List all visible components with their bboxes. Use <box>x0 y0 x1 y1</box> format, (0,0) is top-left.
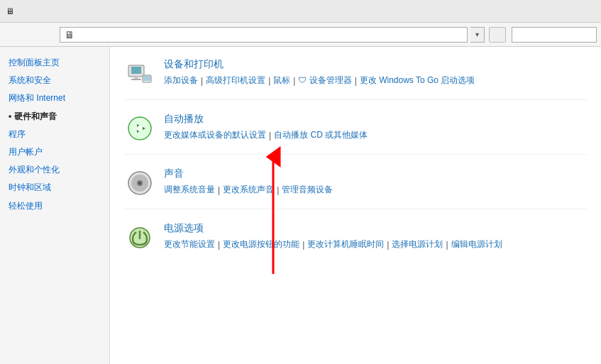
forward-button[interactable] <box>23 27 38 43</box>
section-sound: 声音调整系统音量|更改系统声音|管理音频设备 <box>124 167 587 209</box>
svg-rect-7 <box>143 76 150 81</box>
section-links-devices: 添加设备|高级打印机设置|鼠标|🛡 设备管理器|更改 Windows To Go… <box>164 75 587 87</box>
link-change-media[interactable]: 更改媒体或设备的默认设置 <box>164 129 266 141</box>
separator: | <box>446 240 448 250</box>
separator: | <box>268 76 270 86</box>
link-mouse[interactable]: 鼠标 <box>273 75 290 87</box>
section-title-power[interactable]: 电源选项 <box>164 222 204 235</box>
section-links-sound: 调整系统音量|更改系统声音|管理音频设备 <box>164 184 587 196</box>
section-devices: 设备和打印机添加设备|高级打印机设置|鼠标|🛡 设备管理器|更改 Windows… <box>124 58 587 100</box>
title-bar: 🖥 <box>0 0 601 23</box>
sidebar-item-appearance[interactable]: 外观和个性化 <box>0 161 109 179</box>
sidebar-item-ease-of-access[interactable]: 轻松使用 <box>0 197 109 215</box>
sidebar-item-home[interactable]: 控制面板主页 <box>0 54 109 72</box>
section-content-autoplay: 自动播放更改媒体或设备的默认设置|自动播放 CD 或其他媒体 <box>164 113 587 141</box>
link-sleep-time[interactable]: 更改计算机睡眠时间 <box>307 238 384 250</box>
sidebar-item-clock-region[interactable]: 时钟和区域 <box>0 179 109 197</box>
separator: | <box>269 131 271 140</box>
sidebar-item-hardware-sound: 硬件和声音 <box>0 108 109 126</box>
link-change-sound[interactable]: 更改系统声音 <box>223 184 274 196</box>
separator: | <box>218 240 220 250</box>
link-power-plan[interactable]: 选择电源计划 <box>392 238 443 250</box>
shield-icon: 🛡 <box>298 75 309 85</box>
main-layout: 控制面板主页系统和安全网络和 Internet硬件和声音程序用户帐户外观和个性化… <box>0 47 601 364</box>
section-content-power: 电源选项更改节能设置|更改电源按钮的功能|更改计算机睡眠时间|选择电源计划|编辑… <box>164 222 587 250</box>
section-power: 电源选项更改节能设置|更改电源按钮的功能|更改计算机睡眠时间|选择电源计划|编辑… <box>124 222 587 263</box>
section-title-sound[interactable]: 声音 <box>164 167 184 180</box>
up-button[interactable] <box>41 27 57 43</box>
back-button[interactable] <box>4 27 20 43</box>
search-box[interactable] <box>512 27 597 43</box>
separator: | <box>387 240 389 250</box>
link-printer-settings[interactable]: 高级打印机设置 <box>206 75 265 87</box>
sidebar-item-user-accounts[interactable]: 用户帐户 <box>0 143 109 161</box>
icon-power <box>124 222 155 253</box>
icon-sound <box>124 167 155 199</box>
separator: | <box>201 76 203 86</box>
sidebar-item-network-internet[interactable]: 网络和 Internet <box>0 89 109 107</box>
svg-rect-3 <box>131 67 141 74</box>
sidebar-item-programs[interactable]: 程序 <box>0 126 109 143</box>
svg-rect-4 <box>134 77 138 79</box>
link-edit-power-plan[interactable]: 编辑电源计划 <box>451 238 502 250</box>
sidebar: 控制面板主页系统和安全网络和 Internet硬件和声音程序用户帐户外观和个性化… <box>0 47 110 364</box>
svg-rect-5 <box>131 79 141 80</box>
link-device-manager[interactable]: 🛡 设备管理器 <box>298 75 351 87</box>
section-title-devices[interactable]: 设备和打印机 <box>164 58 224 71</box>
link-adjust-volume[interactable]: 调整系统音量 <box>164 184 215 196</box>
link-autoplay-cd[interactable]: 自动播放 CD 或其他媒体 <box>274 129 368 141</box>
address-input[interactable]: 🖥 <box>60 27 468 43</box>
svg-point-10 <box>137 126 143 131</box>
svg-point-14 <box>139 182 141 184</box>
link-power-save[interactable]: 更改节能设置 <box>164 238 215 250</box>
refresh-button[interactable] <box>489 27 506 43</box>
link-add-device[interactable]: 添加设备 <box>164 75 198 87</box>
icon-devices <box>124 58 155 89</box>
separator: | <box>218 185 220 195</box>
sidebar-item-system-security[interactable]: 系统和安全 <box>0 72 109 89</box>
content-area: 设备和打印机添加设备|高级打印机设置|鼠标|🛡 设备管理器|更改 Windows… <box>110 47 601 364</box>
section-content-sound: 声音调整系统音量|更改系统声音|管理音频设备 <box>164 167 587 196</box>
separator: | <box>302 240 304 250</box>
title-bar-icon: 🖥 <box>6 6 14 16</box>
section-links-autoplay: 更改媒体或设备的默认设置|自动播放 CD 或其他媒体 <box>164 129 587 141</box>
link-power-buttons[interactable]: 更改电源按钮的功能 <box>223 238 299 250</box>
separator: | <box>355 76 357 86</box>
section-autoplay: 自动播放更改媒体或设备的默认设置|自动播放 CD 或其他媒体 <box>124 113 587 155</box>
link-windows-to-go[interactable]: 更改 Windows To Go 启动选项 <box>360 75 475 87</box>
link-manage-audio[interactable]: 管理音频设备 <box>282 184 333 196</box>
separator: | <box>277 185 279 195</box>
separator: | <box>293 76 295 86</box>
section-links-power: 更改节能设置|更改电源按钮的功能|更改计算机睡眠时间|选择电源计划|编辑电源计划 <box>164 238 587 250</box>
section-content-devices: 设备和打印机添加设备|高级打印机设置|鼠标|🛡 设备管理器|更改 Windows… <box>164 58 587 87</box>
address-computer-icon: 🖥 <box>65 29 75 40</box>
address-bar: 🖥 ▾ <box>0 23 601 47</box>
address-dropdown[interactable]: ▾ <box>470 27 485 43</box>
section-title-autoplay[interactable]: 自动播放 <box>164 113 204 126</box>
icon-autoplay <box>124 113 155 144</box>
